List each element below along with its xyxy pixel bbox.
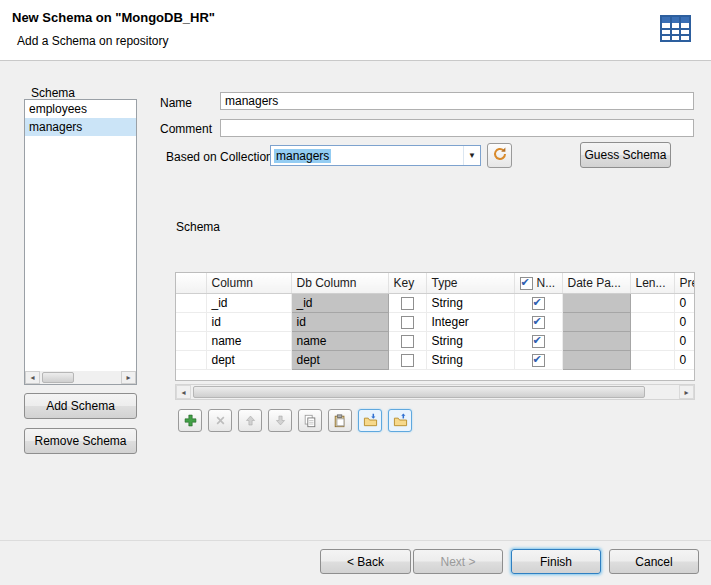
scroll-track[interactable] (40, 371, 121, 384)
nullable-checkbox[interactable] (532, 335, 545, 348)
cell-date_pattern (562, 350, 630, 369)
schema-list-item-employees[interactable]: employees (25, 100, 136, 118)
name-label: Name (160, 96, 192, 110)
cell-nullable (514, 293, 562, 312)
nullable-select-all-checkbox[interactable] (520, 277, 533, 290)
table-hscrollbar[interactable]: ◂ ▸ (175, 384, 695, 400)
cell-column[interactable]: id (206, 312, 291, 331)
schema-grid[interactable]: ColumnDb ColumnKeyTypeN...Date Pa...Len.… (176, 273, 695, 370)
grid-toolbar (178, 409, 412, 432)
cell-column[interactable]: name (206, 331, 291, 350)
cell-date_pattern (562, 331, 630, 350)
remove-row-button[interactable] (208, 409, 232, 432)
schema-list-item-managers[interactable]: managers (25, 118, 136, 136)
schema-table-icon (659, 13, 693, 45)
cell-precision[interactable]: 0 (674, 350, 695, 369)
cell-db_column: id (291, 312, 388, 331)
move-up-button[interactable] (238, 409, 262, 432)
cell-precision[interactable]: 0 (674, 331, 695, 350)
grid-header-length: Len... (630, 273, 674, 293)
grid-row-dept: deptdeptString0 (176, 350, 695, 369)
key-checkbox[interactable] (401, 354, 414, 367)
grid-header-db_column: Db Column (291, 273, 388, 293)
wizard-header: New Schema on "MongoDB_HR" Add a Schema … (0, 0, 711, 61)
collection-label: Based on Collection (166, 150, 273, 164)
cell-precision[interactable]: 0 (674, 312, 695, 331)
grid-row-name: namenameString0 (176, 331, 695, 350)
cell-selector[interactable] (176, 293, 206, 312)
scroll-left-arrow[interactable]: ◂ (176, 385, 191, 399)
cell-key (388, 331, 426, 350)
cell-length[interactable] (630, 312, 674, 331)
next-button[interactable]: Next > (413, 549, 503, 574)
grid-header-column: Column (206, 273, 291, 293)
schema-list[interactable]: employeesmanagers (24, 99, 137, 385)
cell-length[interactable] (630, 350, 674, 369)
cell-selector[interactable] (176, 331, 206, 350)
cell-type[interactable]: String (426, 350, 514, 369)
scroll-thumb[interactable] (42, 372, 74, 383)
cell-selector[interactable] (176, 312, 206, 331)
cell-precision[interactable]: 0 (674, 293, 695, 312)
chevron-down-icon[interactable]: ▼ (463, 146, 480, 165)
plus-icon (183, 413, 198, 428)
cell-selector[interactable] (176, 350, 206, 369)
copy-button[interactable] (298, 409, 322, 432)
grid-header-selector (176, 273, 206, 293)
cell-nullable (514, 312, 562, 331)
arrow-up-icon (244, 414, 257, 427)
arrow-down-icon (274, 414, 287, 427)
scroll-thumb[interactable] (193, 386, 645, 398)
cell-nullable (514, 350, 562, 369)
key-checkbox[interactable] (401, 297, 414, 310)
copy-icon (303, 414, 317, 428)
cell-column[interactable]: _id (206, 293, 291, 312)
scroll-left-arrow[interactable]: ◂ (25, 371, 40, 384)
move-down-button[interactable] (268, 409, 292, 432)
grid-header-type: Type (426, 273, 514, 293)
nullable-checkbox[interactable] (532, 354, 545, 367)
scroll-right-arrow[interactable]: ▸ (121, 371, 136, 384)
schema-group-label: Schema (176, 220, 220, 234)
cell-length[interactable] (630, 293, 674, 312)
cell-nullable (514, 331, 562, 350)
key-checkbox[interactable] (401, 316, 414, 329)
nullable-checkbox[interactable] (532, 297, 545, 310)
schema-grid-container: ColumnDb ColumnKeyTypeN...Date Pa...Len.… (175, 272, 695, 381)
scroll-right-arrow[interactable]: ▸ (679, 385, 694, 399)
cell-date_pattern (562, 293, 630, 312)
comment-input[interactable] (220, 119, 694, 137)
grid-header-date_pattern: Date Pa... (562, 273, 630, 293)
paste-button[interactable] (328, 409, 352, 432)
name-input[interactable] (220, 92, 694, 110)
cell-db_column: name (291, 331, 388, 350)
finish-button[interactable]: Finish (511, 549, 601, 574)
refresh-collections-button[interactable] (487, 143, 512, 168)
scroll-track[interactable] (191, 385, 679, 399)
key-checkbox[interactable] (401, 335, 414, 348)
footer-separator (0, 540, 711, 541)
guess-schema-button[interactable]: Guess Schema (580, 142, 671, 168)
cell-type[interactable]: String (426, 331, 514, 350)
folder-export-icon (393, 413, 408, 428)
page-title: New Schema on "MongoDB_HR" (12, 10, 215, 25)
collection-value: managers (274, 149, 331, 163)
add-row-button[interactable] (178, 409, 202, 432)
cell-type[interactable]: String (426, 293, 514, 312)
remove-schema-button[interactable]: Remove Schema (24, 428, 137, 454)
back-button[interactable]: < Back (320, 549, 411, 574)
collection-combobox[interactable]: managers ▼ (270, 145, 481, 166)
cell-column[interactable]: dept (206, 350, 291, 369)
paste-icon (333, 414, 347, 428)
cell-length[interactable] (630, 331, 674, 350)
add-schema-button[interactable]: Add Schema (24, 393, 137, 419)
cancel-button[interactable]: Cancel (609, 549, 699, 574)
cell-type[interactable]: Integer (426, 312, 514, 331)
grid-header-nullable: N... (514, 273, 562, 293)
nullable-checkbox[interactable] (532, 316, 545, 329)
cell-date_pattern (562, 312, 630, 331)
export-button[interactable] (388, 409, 412, 432)
import-button[interactable] (358, 409, 382, 432)
list-hscrollbar[interactable]: ◂ ▸ (25, 371, 136, 384)
cell-db_column: _id (291, 293, 388, 312)
